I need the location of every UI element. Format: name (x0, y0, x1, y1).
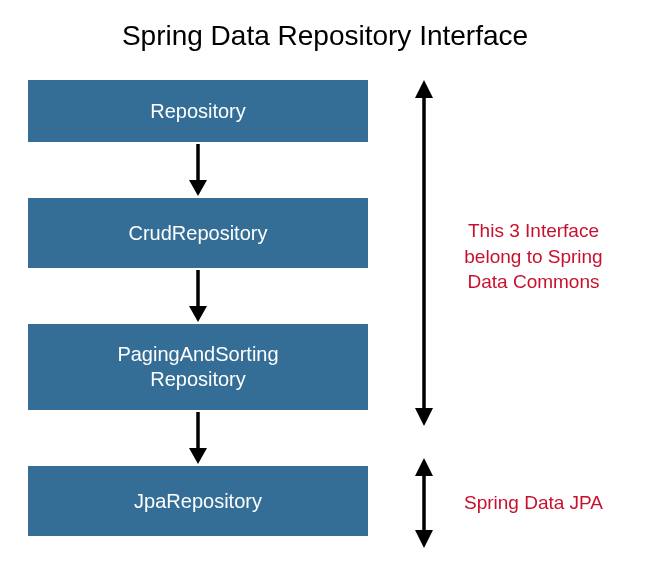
box-label: PagingAndSorting Repository (117, 342, 278, 392)
arrow-down-icon (28, 268, 368, 324)
label-spring-data-jpa: Spring Data JPA (446, 490, 621, 516)
svg-marker-5 (189, 448, 207, 464)
label-spring-data-commons: This 3 Interface belong to Spring Data C… (446, 218, 621, 295)
arrow-down-icon (28, 410, 368, 466)
box-label: CrudRepository (129, 221, 268, 246)
bracket-commons (410, 80, 438, 426)
svg-marker-10 (415, 458, 433, 476)
svg-marker-8 (415, 408, 433, 426)
box-repository: Repository (28, 80, 368, 142)
arrow-down-icon (28, 142, 368, 198)
svg-marker-7 (415, 80, 433, 98)
box-crud-repository: CrudRepository (28, 198, 368, 268)
diagram-title: Spring Data Repository Interface (0, 20, 650, 52)
box-label: JpaRepository (134, 489, 262, 514)
svg-marker-11 (415, 530, 433, 548)
svg-marker-3 (189, 306, 207, 322)
box-paging-sorting-repository: PagingAndSorting Repository (28, 324, 368, 410)
hierarchy-column: Repository CrudRepository PagingAndSorti… (28, 80, 368, 536)
box-label: Repository (150, 99, 246, 124)
bracket-jpa (410, 458, 438, 548)
svg-marker-1 (189, 180, 207, 196)
box-jpa-repository: JpaRepository (28, 466, 368, 536)
